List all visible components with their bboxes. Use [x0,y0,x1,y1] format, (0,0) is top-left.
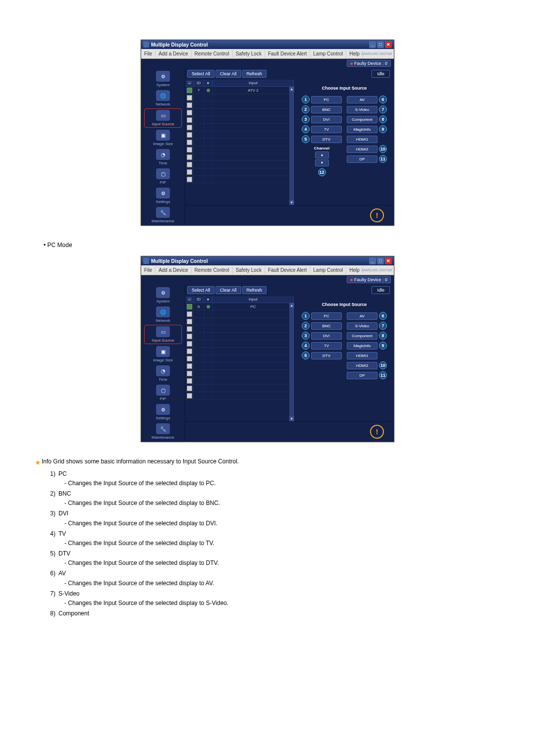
refresh-button[interactable]: Refresh [242,286,267,294]
svideo-button[interactable]: S-Video [347,106,377,113]
clear-all-button[interactable]: Clear All [215,70,241,78]
av-button[interactable]: AV [347,96,377,103]
magicinfo-button[interactable]: MagicInfo [347,126,377,133]
menu-lamp-control[interactable]: Lamp Control [310,266,346,274]
row-checkbox[interactable] [187,334,192,339]
minimize-button[interactable]: _ [369,257,376,264]
menu-safety-lock[interactable]: Safety Lock [233,50,265,57]
menu-file[interactable]: File [141,50,156,57]
row-checkbox[interactable] [187,356,192,361]
tv-button[interactable]: TV [311,342,342,350]
sidebar-time[interactable]: ◔Time [145,364,181,383]
row-checkbox[interactable] [187,319,192,324]
pc-button[interactable]: PC [311,312,342,320]
grid-row[interactable]: 7 ATV 2 [185,87,294,94]
dvi-button[interactable]: DVI [311,332,342,340]
hdmi1-button[interactable]: HDMI1 [347,136,377,143]
row-checkbox[interactable] [187,147,192,152]
row-checkbox[interactable] [187,132,192,138]
sidebar-image-size[interactable]: ▣Image Size [145,129,181,147]
bnc-button[interactable]: BNC [311,322,342,330]
menu-safety-lock[interactable]: Safety Lock [233,266,265,274]
channel-up-button[interactable]: ▴ [315,151,329,158]
grid-header-input[interactable]: Input [213,80,294,86]
grid-header-input[interactable]: Input [213,296,294,302]
maximize-button[interactable]: □ [377,257,384,264]
row-checkbox[interactable] [187,341,192,347]
grid-row[interactable]: 0 PC [185,303,294,310]
minimize-button[interactable]: _ [369,41,376,48]
sidebar-network[interactable]: 🌐Network [145,89,181,107]
menu-lamp-control[interactable]: Lamp Control [310,50,346,57]
row-checkbox[interactable] [187,110,192,115]
sidebar-image-size[interactable]: ▣Image Size [145,345,181,363]
grid-header-status[interactable]: ● [204,80,213,86]
sidebar-system[interactable]: ⚙System [145,70,181,88]
row-checkbox[interactable] [187,304,192,309]
bnc-button[interactable]: BNC [311,106,342,113]
sidebar-settings[interactable]: ⚙Settings [145,187,181,205]
sidebar-input-source[interactable]: ▭Input Source [144,325,182,344]
channel-down-button[interactable]: ▾ [315,159,329,166]
sidebar-maintenance[interactable]: 🔧Maintenance [145,422,181,441]
grid-scrollbar[interactable]: ▴▾ [289,87,294,205]
magicinfo-button[interactable]: MagicInfo [347,342,377,350]
hdmi1-button[interactable]: HDMI1 [347,352,377,359]
row-checkbox[interactable] [187,140,192,145]
scroll-down-icon[interactable]: ▾ [289,416,294,421]
scroll-down-icon[interactable]: ▾ [289,200,294,205]
hdmi2-button[interactable]: HDMI2 [347,146,377,153]
menu-remote-control[interactable]: Remote Control [192,266,233,274]
scroll-up-icon[interactable]: ▴ [289,87,294,92]
hdmi2-button[interactable]: HDMI2 [347,362,377,369]
row-checkbox[interactable] [187,363,192,369]
svideo-button[interactable]: S-Video [347,322,377,330]
sidebar-input-source[interactable]: ▭Input Source [144,108,182,128]
sidebar-pip[interactable]: ▢PIP [145,384,181,402]
sidebar-pip[interactable]: ▢PIP [145,167,181,186]
row-checkbox[interactable] [187,311,192,317]
dvi-button[interactable]: DVI [311,116,342,123]
dp-button[interactable]: DP [347,155,377,163]
row-checkbox[interactable] [187,386,192,391]
grid-header-id[interactable]: ID [194,296,204,302]
tv-button[interactable]: TV [311,126,342,133]
close-button[interactable]: ✕ [385,257,392,264]
sidebar-system[interactable]: ⚙System [145,286,181,304]
grid-scrollbar[interactable]: ▴▾ [289,303,294,421]
sidebar-settings[interactable]: ⚙Settings [145,403,181,421]
component-button[interactable]: Component [347,332,377,340]
dp-button[interactable]: DP [347,372,377,379]
menu-remote-control[interactable]: Remote Control [192,50,233,57]
menu-fault-alert[interactable]: Fault Device Alert [265,266,310,274]
clear-all-button[interactable]: Clear All [215,286,241,294]
row-checkbox[interactable] [187,378,192,384]
maximize-button[interactable]: □ [377,41,384,48]
row-checkbox[interactable] [187,154,192,160]
row-checkbox[interactable] [187,177,192,182]
row-checkbox[interactable] [187,102,192,108]
av-button[interactable]: AV [347,312,377,320]
pc-button[interactable]: PC [311,96,342,103]
menu-add-device[interactable]: Add a Device [156,50,191,57]
row-checkbox[interactable] [187,169,192,175]
close-button[interactable]: ✕ [385,41,392,48]
menu-file[interactable]: File [141,266,156,274]
grid-header-check[interactable]: ☑ [185,296,194,302]
grid-header-id[interactable]: ID [194,80,204,86]
menu-fault-alert[interactable]: Fault Device Alert [265,50,310,57]
refresh-button[interactable]: Refresh [242,70,267,78]
sidebar-network[interactable]: 🌐Network [145,305,181,324]
row-checkbox[interactable] [187,117,192,123]
row-checkbox[interactable] [187,162,192,167]
component-button[interactable]: Component [347,116,377,123]
row-checkbox[interactable] [187,95,192,101]
row-checkbox[interactable] [187,349,192,354]
grid-header-check[interactable]: ☑ [185,80,194,86]
grid-header-status[interactable]: ● [204,296,213,302]
dtv-button[interactable]: DTV [311,136,342,143]
dtv-button[interactable]: DTV [311,352,342,359]
sidebar-time[interactable]: ◔Time [145,148,181,166]
sidebar-maintenance[interactable]: 🔧Maintenance [145,206,181,224]
row-checkbox[interactable] [187,88,192,93]
